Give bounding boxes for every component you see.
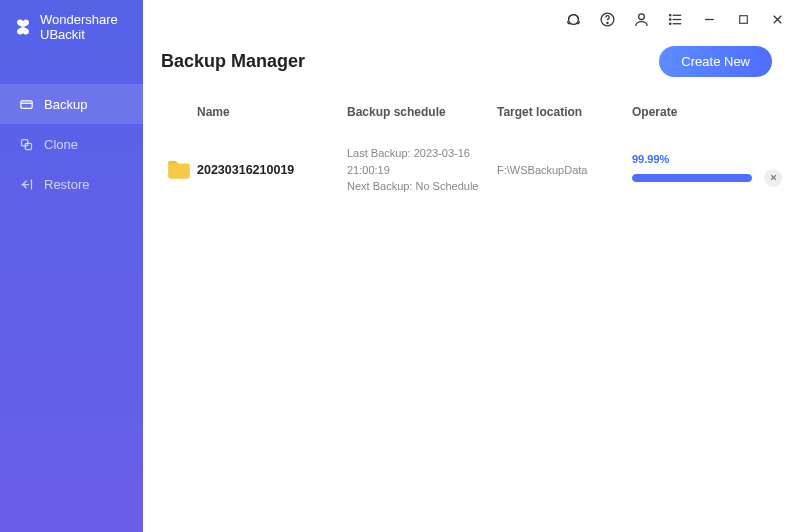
backup-target: F:\WSBackupData <box>497 164 632 176</box>
progress-bar <box>632 174 752 182</box>
sidebar-item-backup[interactable]: Backup <box>0 84 143 124</box>
brand: Wondershare UBackit <box>0 0 143 54</box>
cancel-button[interactable] <box>764 169 782 187</box>
maximize-icon[interactable] <box>734 10 752 28</box>
user-icon[interactable] <box>632 10 650 28</box>
backup-schedule: Last Backup: 2023-03-16 21:00:19 Next Ba… <box>347 145 497 195</box>
svg-rect-14 <box>739 15 747 23</box>
column-header-target: Target location <box>497 105 632 119</box>
sidebar-item-restore[interactable]: Restore <box>0 164 143 204</box>
support-icon[interactable] <box>564 10 582 28</box>
folder-icon <box>161 159 197 181</box>
table-row[interactable]: 20230316210019 Last Backup: 2023-03-16 2… <box>143 129 800 211</box>
titlebar <box>143 0 800 38</box>
svg-point-6 <box>638 13 644 19</box>
sidebar-item-label: Restore <box>44 177 90 192</box>
menu-icon[interactable] <box>666 10 684 28</box>
last-backup: Last Backup: 2023-03-16 21:00:19 <box>347 145 497 178</box>
brand-name: Wondershare UBackit <box>40 12 129 42</box>
create-new-button[interactable]: Create New <box>659 46 772 77</box>
svg-point-10 <box>669 14 670 15</box>
progress-fill <box>632 174 752 182</box>
backup-operate: 99.99% <box>632 153 782 187</box>
restore-icon <box>18 176 34 192</box>
sidebar-item-clone[interactable]: Clone <box>0 124 143 164</box>
butterfly-icon <box>14 18 32 36</box>
close-icon[interactable] <box>768 10 786 28</box>
svg-rect-0 <box>20 100 31 108</box>
table-header: Name Backup schedule Target location Ope… <box>143 95 800 129</box>
sidebar-nav: Backup Clone Restore <box>0 84 143 204</box>
help-icon[interactable] <box>598 10 616 28</box>
backup-icon <box>18 96 34 112</box>
column-header-operate: Operate <box>632 105 782 119</box>
svg-point-11 <box>669 18 670 19</box>
sidebar: Wondershare UBackit Backup Clone Restore <box>0 0 143 532</box>
column-header-schedule: Backup schedule <box>347 105 497 119</box>
progress-percent: 99.99% <box>632 153 782 165</box>
page-header: Backup Manager Create New <box>143 38 800 95</box>
svg-point-12 <box>669 23 670 24</box>
backup-name: 20230316210019 <box>197 163 347 177</box>
clone-icon <box>18 136 34 152</box>
minimize-icon[interactable] <box>700 10 718 28</box>
column-header-name: Name <box>197 105 347 119</box>
svg-point-5 <box>606 22 607 23</box>
sidebar-item-label: Clone <box>44 137 78 152</box>
page-title: Backup Manager <box>161 51 305 72</box>
next-backup: Next Backup: No Schedule <box>347 178 497 195</box>
sidebar-item-label: Backup <box>44 97 87 112</box>
main: Backup Manager Create New Name Backup sc… <box>143 0 800 532</box>
